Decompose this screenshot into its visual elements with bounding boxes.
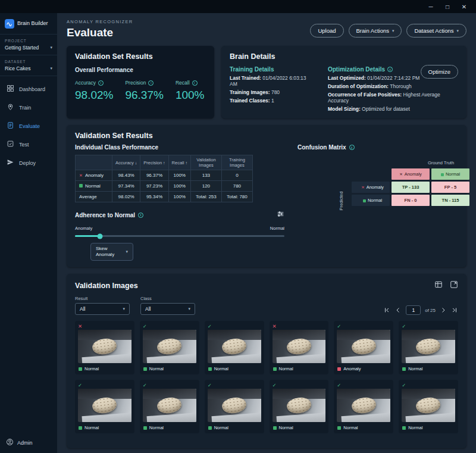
info-icon[interactable]: i: [192, 80, 198, 86]
dataset-actions-button[interactable]: Dataset Actions▾: [406, 24, 466, 38]
slider-handle[interactable]: [98, 233, 103, 239]
validation-image-tile[interactable]: ✓Normal: [270, 380, 329, 433]
info-icon[interactable]: i: [387, 67, 393, 72]
class-cell: ✕Anomaly: [76, 170, 112, 181]
table-row: Average98.02%95.34%100%Total: 253Total: …: [76, 192, 253, 202]
prev-page-button[interactable]: [394, 307, 402, 314]
training-details-heading: Training Details: [230, 66, 312, 73]
info-icon[interactable]: i: [138, 213, 143, 218]
detail-row: Training Images: 780: [230, 89, 312, 95]
matrix-corner: [352, 168, 390, 180]
sidebar-item-label: Evaluate: [19, 123, 40, 129]
class-color-square: [208, 426, 212, 430]
app-brand: Brain Builder: [0, 13, 57, 34]
tune-icon[interactable]: [277, 210, 284, 220]
class-filter[interactable]: All ▾: [140, 303, 195, 315]
column-header-recall[interactable]: Recall ↑: [168, 155, 190, 170]
project-selector[interactable]: PROJECT Getting Started ▾: [0, 34, 57, 55]
result-filter[interactable]: All ▾: [75, 303, 130, 315]
class-color-square: [79, 426, 82, 430]
skew-dropdown-value: Skew Anomaly: [96, 246, 120, 258]
validation-image-tile[interactable]: ✓Anomaly: [334, 321, 393, 374]
table-row: ✕Anomaly98.43%96.37%100%1330: [76, 170, 253, 181]
detail-label: Model Sizing:: [328, 106, 362, 112]
first-page-button[interactable]: [383, 307, 390, 314]
dataset-selector[interactable]: DATASET Rice Cakes ▾: [0, 55, 57, 76]
info-icon[interactable]: i: [98, 80, 104, 86]
table-view-icon[interactable]: [434, 280, 443, 291]
validation-image-tile[interactable]: ✓Normal: [140, 321, 199, 374]
optimize-button[interactable]: Optimize: [421, 65, 458, 79]
class-badge: Normal: [78, 366, 131, 371]
upload-button[interactable]: Upload: [310, 24, 343, 38]
sidebar-item-dashboard[interactable]: Dashboard: [0, 80, 57, 98]
validation-image-tile[interactable]: ✓Normal: [399, 321, 458, 374]
validation-image-tile[interactable]: ✓Normal: [205, 321, 264, 374]
correct-check-icon: ✓: [402, 323, 455, 330]
minimize-button[interactable]: ─: [427, 4, 434, 10]
sidebar-item-evaluate[interactable]: Evaluate: [0, 117, 57, 135]
class-color-square: [273, 367, 277, 371]
class-label: Anomaly: [343, 366, 361, 371]
info-icon[interactable]: i: [148, 80, 154, 86]
detail-value: Thorough: [390, 83, 411, 89]
validation-image-tile[interactable]: ✕Normal: [75, 321, 134, 374]
table-cell: 100%: [168, 181, 190, 192]
table-cell: Total: 253: [190, 192, 221, 202]
validation-image-tile[interactable]: ✓Normal: [399, 380, 458, 433]
class-label: Normal: [408, 425, 422, 430]
info-icon[interactable]: i: [349, 145, 355, 150]
correct-check-icon: ✓: [208, 323, 261, 330]
last-page-button[interactable]: [451, 307, 458, 314]
expand-view-icon[interactable]: [450, 280, 458, 291]
detail-value: 01/04/2022 7:14:22 PM: [367, 75, 419, 81]
sidebar-item-label: Dashboard: [19, 86, 45, 92]
pagination: 1 of 25: [383, 305, 458, 315]
page-number-input[interactable]: 1: [406, 305, 421, 315]
page-eyebrow: ANOMALY RECOGNIZER: [67, 19, 133, 24]
sidebar-item-deploy[interactable]: Deploy: [0, 154, 57, 172]
result-filter-label: Result: [75, 296, 130, 301]
validation-image-tile[interactable]: ✓Normal: [205, 380, 264, 433]
metric-precision: Precisioni96.37%: [125, 80, 163, 102]
column-header-accuracy[interactable]: Accuracy ↓: [112, 155, 140, 170]
page-title: Evaluate: [67, 26, 133, 39]
result-filter-value: All: [80, 306, 85, 312]
validation-image-tile[interactable]: ✓Normal: [75, 380, 134, 433]
matrix-header-label: Anomaly: [367, 185, 384, 190]
tray-graphic: [341, 353, 390, 363]
main-content: ANOMALY RECOGNIZER Evaluate UploadBrain …: [57, 13, 476, 453]
correct-check-icon: ✓: [208, 382, 261, 389]
slider-label-anomaly: Anomaly: [75, 226, 92, 231]
sidebar-item-test[interactable]: Test: [0, 135, 57, 154]
brain-actions-button[interactable]: Brain Actions▾: [349, 24, 402, 38]
user-menu[interactable]: Admin: [0, 432, 57, 453]
normal-square-icon: [363, 199, 366, 202]
normal-square-icon: [441, 173, 444, 176]
class-label: Normal: [279, 366, 293, 371]
close-button[interactable]: ✕: [461, 4, 468, 10]
overall-performance-subtitle: Overall Performance: [75, 67, 206, 73]
maximize-button[interactable]: □: [444, 4, 451, 10]
class-label: Normal: [343, 425, 358, 430]
validation-image-tile[interactable]: ✕Normal: [270, 321, 329, 374]
matrix-col-header-anomaly: ✕Anomaly: [392, 168, 430, 180]
validation-image-tile[interactable]: ✓Normal: [334, 380, 393, 433]
validation-set-results-card: Validation Set Results Individual Class …: [67, 125, 466, 267]
adherence-slider-track[interactable]: [75, 235, 284, 237]
card-title: Brain Details: [230, 52, 458, 61]
column-header-precision[interactable]: Precision ↑: [140, 155, 168, 170]
next-page-button[interactable]: [440, 307, 447, 314]
detail-row: Occurrence of False Positives: Highest A…: [328, 92, 458, 104]
class-badge: Normal: [273, 366, 326, 371]
class-performance-table: Accuracy ↓Precision ↑Recall ↑Validation …: [75, 155, 253, 202]
detail-row: Last Trained: 01/04/2022 6:03:13 AM: [230, 75, 312, 87]
class-filter-value: All: [145, 306, 151, 312]
metric-value: 96.37%: [125, 89, 163, 102]
skew-dropdown[interactable]: Skew Anomaly ▾: [90, 243, 133, 261]
metric-value: 100%: [176, 89, 205, 102]
tray-graphic: [146, 412, 196, 422]
validation-image-tile[interactable]: ✓Normal: [140, 380, 199, 433]
class-color-square: [337, 426, 341, 430]
sidebar-item-train[interactable]: Train: [0, 98, 57, 117]
